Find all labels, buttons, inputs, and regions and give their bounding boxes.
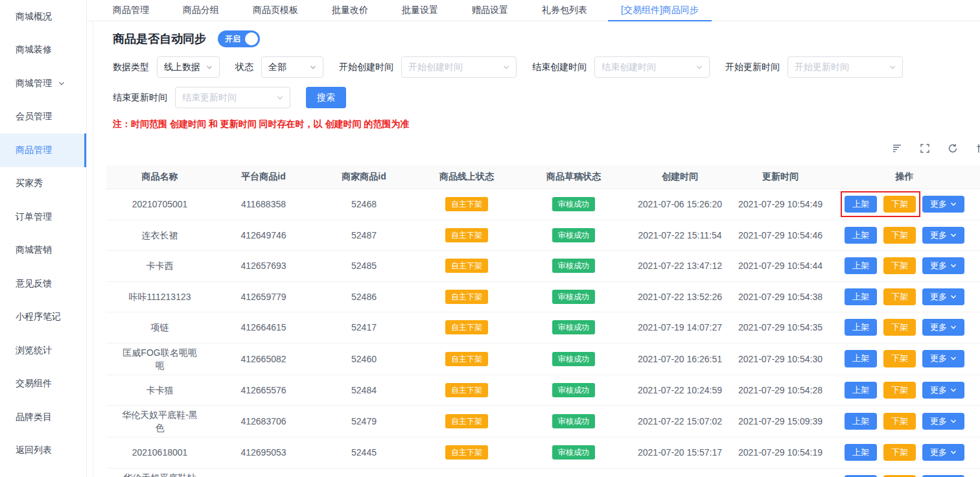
list-button[interactable]: 上架 — [845, 288, 877, 305]
cell-draft_status: 审核成功 — [519, 251, 628, 281]
delist-button[interactable]: 下架 — [883, 382, 916, 399]
update-start-date-input[interactable]: 开始更新时间 — [788, 56, 903, 78]
list-button[interactable]: 上架 — [845, 227, 877, 244]
tab[interactable]: 商品页模板 — [236, 0, 315, 21]
sidebar-item[interactable]: 买家秀 — [0, 167, 86, 201]
row-action-pair: 上架下架 — [845, 413, 916, 430]
cell-created: 2021-07-22 14:09:1 — [628, 469, 732, 477]
column-header-created: 创建时间 — [628, 165, 732, 189]
row-action-pair: 上架下架 — [845, 227, 916, 244]
row-action-pair: 上架下架 — [845, 350, 916, 367]
sidebar-item[interactable]: 浏览统计 — [0, 334, 86, 367]
cell-created: 2021-07-20 15:57:17 — [628, 437, 732, 468]
cell-created: 2021-07-22 15:07:02 — [628, 406, 732, 437]
row-action-pair: 上架下架 — [845, 257, 916, 274]
delist-button-label: 下架 — [891, 448, 908, 457]
column-header-updated: 更新时间 — [732, 165, 829, 189]
sidebar-item[interactable]: 返回列表 — [0, 434, 86, 468]
online-status-badge: 自主下架 — [445, 414, 488, 428]
delist-button-label: 下架 — [891, 261, 908, 270]
more-button[interactable]: 更多 — [922, 413, 964, 430]
list-button-label: 上架 — [852, 417, 869, 426]
draft-status-badge: 审核成功 — [552, 414, 595, 428]
online-status-badge: 自主下架 — [445, 352, 488, 366]
delist-button[interactable]: 下架 — [883, 444, 916, 461]
online-status-badge: 自主下架 — [445, 445, 488, 460]
list-button[interactable]: 上架 — [845, 444, 877, 461]
list-button[interactable]: 上架 — [845, 382, 877, 399]
sidebar-item[interactable]: 商品管理 — [0, 134, 86, 167]
more-button[interactable]: 更多 — [922, 350, 964, 367]
sidebar-item[interactable]: 商城概况 — [0, 0, 86, 34]
refresh-icon[interactable] — [948, 143, 958, 154]
cell-ops: 上架下架更多 — [829, 189, 980, 220]
more-button[interactable]: 更多 — [922, 257, 964, 274]
delist-button-label: 下架 — [891, 323, 908, 332]
list-button[interactable]: 上架 — [845, 196, 877, 213]
list-button[interactable]: 上架 — [845, 413, 877, 430]
cell-platform_id: 412683706 — [213, 406, 314, 437]
sidebar-item-label: 买家秀 — [16, 178, 43, 189]
sidebar-item[interactable]: 商城营销 — [0, 234, 86, 268]
cell-updated: 2021-07-29 10:54:35 — [732, 312, 829, 343]
table-row: 2021070500141168835852468自主下架审核成功2021-07… — [106, 189, 980, 220]
more-button[interactable]: 更多 — [922, 319, 964, 336]
delist-button-label: 下架 — [891, 354, 908, 363]
sidebar-item[interactable]: 商城管理 — [0, 67, 86, 100]
tab[interactable]: 赠品设置 — [455, 0, 525, 21]
delist-button[interactable]: 下架 — [883, 227, 916, 244]
delist-button[interactable]: 下架 — [883, 350, 916, 367]
data-type-select[interactable]: 线上数据 — [157, 56, 220, 78]
status-select[interactable]: 全部 — [261, 56, 323, 78]
update-end-date-input[interactable]: 结束更新时间 — [175, 87, 290, 108]
more-button[interactable]: 更多 — [922, 227, 964, 244]
sidebar-item[interactable]: 小程序笔记 — [0, 301, 86, 334]
more-button-label: 更多 — [930, 323, 947, 332]
delist-button[interactable]: 下架 — [883, 319, 916, 336]
sidebar-item[interactable]: 交易组件 — [0, 367, 86, 401]
more-button[interactable]: 更多 — [922, 382, 964, 399]
tab[interactable]: 批量改价 — [315, 0, 385, 21]
delist-button[interactable]: 下架 — [883, 257, 916, 274]
tab[interactable]: 商品分组 — [166, 0, 236, 21]
tab[interactable]: [交易组件]商品同步 — [604, 0, 716, 21]
sidebar-item[interactable]: 品牌类目 — [0, 401, 86, 434]
table-row: 卡卡西41265769352485自主下架审核成功2021-07-22 13:4… — [106, 251, 980, 282]
search-button[interactable]: 搜索 — [306, 87, 346, 108]
more-button[interactable]: 更多 — [922, 288, 964, 305]
sidebar-item[interactable]: 订单管理 — [0, 200, 86, 234]
cell-ops: 上架下架更多 — [829, 282, 980, 312]
cell-created: 2021-07-06 15:26:20 — [628, 189, 732, 220]
list-button[interactable]: 上架 — [845, 350, 877, 367]
density-icon[interactable] — [892, 143, 902, 154]
sidebar-item[interactable]: 意见反馈 — [0, 267, 86, 301]
sidebar-item[interactable]: 商城装修 — [0, 34, 86, 67]
tab[interactable]: 批量设置 — [385, 0, 455, 21]
list-button[interactable]: 上架 — [845, 319, 877, 336]
delist-button[interactable]: 下架 — [883, 413, 916, 430]
create-end-date-input[interactable]: 结束创建时间 — [594, 56, 710, 78]
cell-merchant_id: 52484 — [314, 375, 414, 406]
cell-name: 20210618001 — [106, 437, 213, 468]
auto-sync-toggle[interactable]: 开启 — [218, 30, 260, 47]
list-button[interactable]: 上架 — [845, 257, 877, 274]
more-button[interactable]: 更多 — [922, 196, 964, 213]
cell-ops: 上架下架更多 — [829, 312, 980, 343]
chevron-down-icon — [950, 262, 957, 269]
more-button[interactable]: 更多 — [922, 444, 964, 461]
column-settings-icon[interactable] — [975, 143, 980, 154]
delist-button[interactable]: 下架 — [883, 288, 916, 305]
online-status-badge: 自主下架 — [445, 383, 488, 397]
table-header-row: 商品名称平台商品id商家商品id商品线上状态商品草稿状态创建时间更新时间操作 — [106, 165, 980, 189]
tab[interactable]: 礼券包列表 — [525, 0, 604, 21]
sidebar-item[interactable]: 会员管理 — [0, 100, 86, 134]
table-row: 华伦天奴平底鞋钻石41269505952470自主下架审核成功2021-07-2… — [106, 469, 980, 477]
cell-online_status: 自主下架 — [414, 189, 519, 220]
delist-button[interactable]: 下架 — [883, 196, 916, 213]
fullscreen-icon[interactable] — [920, 143, 930, 154]
cell-platform_id: 411688358 — [213, 189, 314, 220]
chevron-down-icon — [950, 355, 957, 362]
create-start-date-input[interactable]: 开始创建时间 — [401, 56, 517, 78]
online-status-badge: 自主下架 — [445, 320, 488, 334]
tab[interactable]: 商品管理 — [96, 0, 166, 21]
